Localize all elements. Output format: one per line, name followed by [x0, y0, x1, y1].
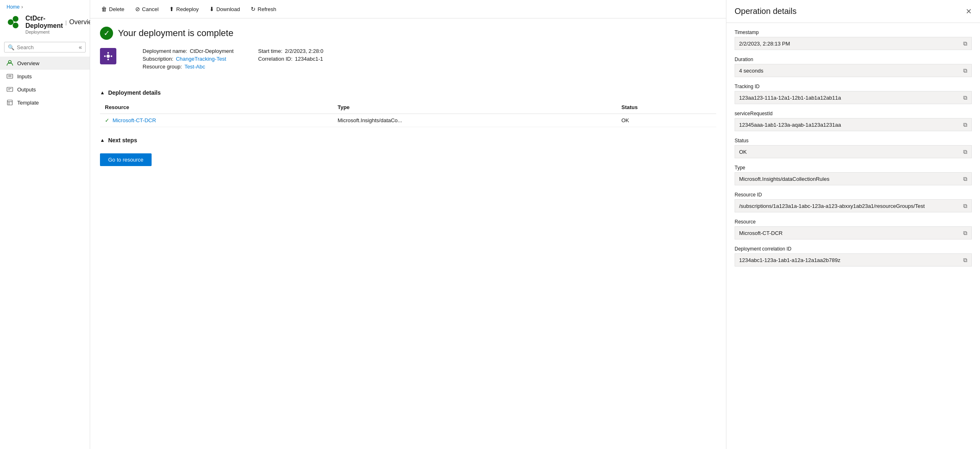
field-text-0: 2/2/2023, 2:28:13 PM — [739, 41, 963, 47]
field-text-5: Microsoft.Insights/dataCollectionRules — [739, 176, 963, 182]
redeploy-label: Redeploy — [176, 6, 199, 12]
table-row: ✓ Microsoft-CT-DCR Microsoft.Insights/da… — [100, 114, 716, 127]
sidebar-item-overview[interactable]: Overview — [0, 57, 90, 70]
sidebar-nav: Overview Inputs Outputs Template — [0, 57, 90, 109]
start-time-value: 2/2/2023, 2:28:0 — [285, 48, 323, 54]
subscription-link[interactable]: ChangeTracking-Test — [176, 56, 226, 62]
field-label-5: Type — [735, 165, 972, 171]
home-link[interactable]: Home — [7, 4, 20, 10]
sidebar-item-template[interactable]: Template — [0, 96, 90, 109]
sidebar-item-outputs[interactable]: Outputs — [0, 83, 90, 96]
refresh-label: Refresh — [258, 6, 277, 12]
row-status-icon: ✓ — [105, 117, 109, 123]
success-banner: ✓ Your deployment is complete — [100, 27, 716, 40]
copy-button-1[interactable]: ⧉ — [963, 67, 967, 74]
cancel-button[interactable]: ⊘ Cancel — [131, 3, 163, 15]
field-group-8: Deployment correlation ID1234abc1-123a-1… — [735, 246, 972, 267]
correlation-label: Correlation ID: — [258, 56, 293, 62]
field-label-1: Duration — [735, 57, 972, 62]
field-text-6: /subscriptions/1a123a1a-1abc-123a-a123-a… — [739, 203, 963, 209]
search-box[interactable]: 🔍 « — [4, 42, 86, 52]
start-time-label: Start time: — [258, 48, 282, 54]
field-label-6: Resource ID — [735, 192, 972, 198]
resource-status: OK — [617, 114, 716, 127]
redeploy-button[interactable]: ⬆ Redeploy — [165, 3, 203, 15]
delete-icon: 🗑 — [101, 6, 107, 12]
panel-header: Operation details ✕ — [726, 0, 980, 23]
copy-button-5[interactable]: ⧉ — [963, 175, 967, 182]
panel-body: Timestamp2/2/2023, 2:28:13 PM⧉Duration4 … — [726, 23, 980, 273]
overview-icon — [7, 60, 13, 66]
field-value-0: 2/2/2023, 2:28:13 PM⧉ — [735, 37, 972, 50]
copy-button-8[interactable]: ⧉ — [963, 257, 967, 264]
redeploy-icon: ⬆ — [169, 6, 174, 12]
svg-point-15 — [107, 59, 109, 60]
field-text-4: OK — [739, 149, 963, 155]
panel-title: Operation details — [735, 7, 796, 16]
success-title: Your deployment is complete — [118, 28, 234, 39]
go-to-resource-button[interactable]: Go to resource — [100, 153, 152, 166]
refresh-icon: ↻ — [251, 6, 256, 12]
col-status: Status — [617, 101, 716, 114]
svg-point-14 — [107, 52, 109, 54]
copy-button-7[interactable]: ⧉ — [963, 230, 967, 237]
download-button[interactable]: ⬇ Download — [205, 3, 245, 15]
delete-label: Delete — [109, 6, 125, 12]
copy-button-2[interactable]: ⧉ — [963, 94, 967, 101]
field-label-8: Deployment correlation ID — [735, 246, 972, 252]
field-group-6: Resource ID/subscriptions/1a123a1a-1abc-… — [735, 192, 972, 212]
resource-group-link[interactable]: Test-Abc — [184, 64, 205, 70]
delete-button[interactable]: 🗑 Delete — [97, 3, 129, 15]
copy-button-6[interactable]: ⧉ — [963, 203, 967, 210]
cancel-label: Cancel — [142, 6, 159, 12]
field-label-2: Tracking ID — [735, 84, 972, 89]
field-label-0: Timestamp — [735, 30, 972, 35]
copy-button-4[interactable]: ⧉ — [963, 148, 967, 155]
next-steps-chevron-icon: ▲ — [100, 137, 105, 143]
app-logo-icon — [7, 15, 21, 30]
deployment-name-label: Deployment name: — [143, 48, 187, 54]
deployment-name-value: CtDcr-Deployment — [190, 48, 234, 54]
field-text-8: 1234abc1-123a-1ab1-a12a-12a1aa2b789z — [739, 257, 963, 263]
inputs-icon — [7, 73, 13, 80]
field-value-3: 12345aaa-1ab1-123a-aqab-1a123a1231aa⧉ — [735, 118, 972, 131]
field-group-7: ResourceMicrosoft-CT-DCR⧉ — [735, 219, 972, 239]
svg-rect-10 — [7, 100, 12, 105]
main-content: 🗑 Delete ⊘ Cancel ⬆ Redeploy ⬇ Download … — [90, 0, 726, 449]
search-input[interactable] — [17, 44, 76, 50]
collapse-button[interactable]: « — [79, 44, 82, 50]
app-title: CtDcr-Deployment — [25, 15, 63, 30]
next-steps-header[interactable]: ▲ Next steps — [100, 137, 716, 144]
close-panel-button[interactable]: ✕ — [966, 7, 972, 16]
success-icon: ✓ — [100, 27, 113, 40]
outputs-icon — [7, 86, 13, 93]
breadcrumb-separator: › — [21, 4, 23, 10]
field-group-2: Tracking ID123aa123-111a-12a1-12b1-1ab1a… — [735, 84, 972, 104]
download-icon: ⬇ — [209, 6, 214, 12]
field-value-5: Microsoft.Insights/dataCollectionRules⧉ — [735, 172, 972, 185]
deployment-icon — [100, 48, 116, 64]
copy-button-3[interactable]: ⧉ — [963, 121, 967, 128]
content-area: ✓ Your deployment is complete Deployment… — [90, 18, 726, 449]
sidebar-item-inputs[interactable]: Inputs — [0, 70, 90, 83]
field-group-3: serviceRequestId12345aaa-1ab1-123a-aqab-… — [735, 111, 972, 131]
svg-rect-4 — [7, 74, 13, 78]
svg-point-2 — [13, 23, 18, 28]
field-value-4: OK⧉ — [735, 145, 972, 158]
field-value-7: Microsoft-CT-DCR⧉ — [735, 226, 972, 239]
copy-button-0[interactable]: ⧉ — [963, 40, 967, 47]
refresh-button[interactable]: ↻ Refresh — [246, 3, 281, 15]
field-value-1: 4 seconds⧉ — [735, 64, 972, 77]
field-label-3: serviceRequestId — [735, 111, 972, 116]
resource-type: Microsoft.Insights/dataCo... — [333, 114, 617, 127]
subscription-label: Subscription: — [143, 56, 173, 62]
resource-link[interactable]: Microsoft-CT-DCR — [113, 117, 156, 123]
correlation-value: 1234abc1-1 — [295, 56, 323, 62]
field-text-1: 4 seconds — [739, 68, 963, 74]
deployment-details-header[interactable]: ▲ Deployment details — [100, 89, 716, 96]
svg-rect-7 — [7, 87, 13, 91]
field-label-4: Status — [735, 138, 972, 144]
svg-point-17 — [111, 55, 112, 57]
chevron-up-icon: ▲ — [100, 90, 105, 96]
sidebar-item-overview-label: Overview — [17, 60, 39, 66]
